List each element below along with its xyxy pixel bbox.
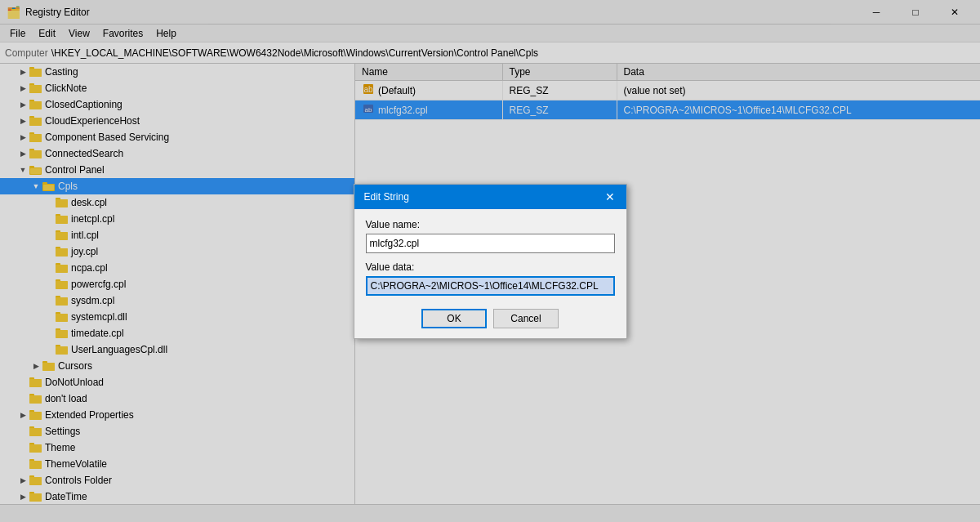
ok-button[interactable]: OK [421, 309, 487, 328]
value-name-label: Value name: [366, 219, 615, 230]
dialog-overlay: Edit String ✕ Value name: Value data: OK… [0, 0, 980, 522]
dialog-title: Edit String [364, 191, 409, 203]
value-name-input[interactable] [366, 234, 615, 253]
value-data-label: Value data: [366, 261, 615, 273]
value-data-input[interactable] [366, 276, 615, 296]
dialog-titlebar: Edit String ✕ [354, 185, 626, 209]
dialog-buttons: OK Cancel [366, 309, 615, 328]
edit-string-dialog: Edit String ✕ Value name: Value data: OK… [354, 184, 627, 339]
dialog-body: Value name: Value data: OK Cancel [354, 209, 626, 338]
dialog-close-button[interactable]: ✕ [600, 187, 620, 207]
cancel-button[interactable]: Cancel [493, 309, 559, 328]
